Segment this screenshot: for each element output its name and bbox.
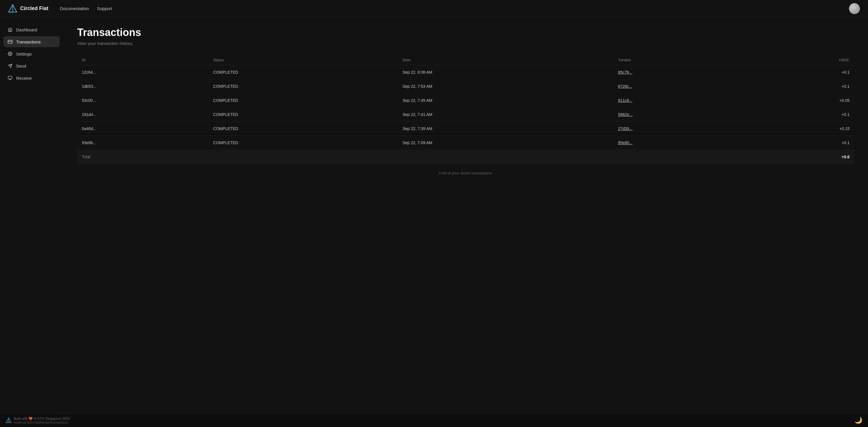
cell-date: Sep 22, 7:09 AM bbox=[398, 136, 613, 150]
cell-txhash[interactable]: 6728c... bbox=[613, 79, 745, 94]
table-row: 191d4... COMPLETED Sep 22, 7:41 AM 5962e… bbox=[77, 108, 854, 122]
col-header-status: Status bbox=[209, 55, 398, 65]
table-row: 93e8b... COMPLETED Sep 22, 7:09 AM 95e80… bbox=[77, 136, 854, 150]
credit-card-icon bbox=[7, 39, 13, 44]
app-name: Circled Fiat bbox=[20, 5, 49, 11]
cell-txhash[interactable]: 95e80... bbox=[613, 136, 745, 150]
cell-usdc: +0.05 bbox=[745, 94, 854, 108]
cell-txhash[interactable]: 27d39... bbox=[613, 122, 745, 136]
cell-txhash[interactable]: 5962e... bbox=[613, 108, 745, 122]
cell-id: 53c00... bbox=[77, 94, 209, 108]
avatar[interactable] bbox=[849, 3, 860, 14]
svg-rect-8 bbox=[8, 76, 12, 79]
sidebar-item-transactions[interactable]: Transactions bbox=[3, 36, 60, 47]
table-footer-note: A list of your recent transactions. bbox=[77, 171, 854, 175]
cell-date: Sep 22, 7:39 AM bbox=[398, 122, 613, 136]
cell-txhash[interactable]: 811c8... bbox=[613, 94, 745, 108]
table-row: 0a46d... COMPLETED Sep 22, 7:39 AM 27d39… bbox=[77, 122, 854, 136]
footer-url: localhost:3001/dashboard/transactions bbox=[14, 421, 70, 424]
cell-usdc: +0.1 bbox=[745, 65, 854, 79]
cell-status: COMPLETED bbox=[209, 94, 398, 108]
cell-status: COMPLETED bbox=[209, 136, 398, 150]
main-content: Transactions View your transaction histo… bbox=[63, 17, 868, 414]
table-row: 1db53... COMPLETED Sep 22, 7:53 AM 6728c… bbox=[77, 79, 854, 94]
table-row: 12c64... COMPLETED Sep 22, 8:08 AM 65c76… bbox=[77, 65, 854, 79]
cell-status: COMPLETED bbox=[209, 79, 398, 94]
svg-rect-3 bbox=[8, 40, 12, 43]
table-header-row: ID Status Date TxHash USDC bbox=[77, 55, 854, 65]
txhash-link[interactable]: 6728c... bbox=[618, 84, 632, 89]
cell-id: 0a46d... bbox=[77, 122, 209, 136]
nav-support[interactable]: Support bbox=[97, 6, 112, 11]
sidebar-item-receive[interactable]: Receive bbox=[3, 72, 60, 84]
home-icon bbox=[7, 27, 13, 32]
svg-point-5 bbox=[9, 53, 11, 54]
col-header-usdc: USDC bbox=[745, 55, 854, 65]
cell-date: Sep 22, 7:41 AM bbox=[398, 108, 613, 122]
app-logo-icon bbox=[8, 4, 17, 13]
layout: Dashboard Transactions Settings bbox=[0, 17, 868, 414]
logo-area: Circled Fiat bbox=[8, 4, 49, 13]
sidebar-item-send[interactable]: Send bbox=[3, 60, 60, 71]
cell-date: Sep 22, 7:45 AM bbox=[398, 94, 613, 108]
txhash-link[interactable]: 65c76... bbox=[618, 70, 632, 74]
sidebar: Dashboard Transactions Settings bbox=[0, 17, 63, 414]
receive-icon bbox=[7, 75, 13, 80]
settings-icon bbox=[7, 51, 13, 56]
col-header-date: Date bbox=[398, 55, 613, 65]
cell-txhash[interactable]: 65c76... bbox=[613, 65, 745, 79]
txhash-link[interactable]: 5962e... bbox=[618, 112, 633, 117]
sidebar-item-send-label: Send bbox=[16, 64, 26, 68]
cell-id: 1db53... bbox=[77, 79, 209, 94]
txhash-link[interactable]: 811c8... bbox=[618, 98, 632, 103]
page-subtitle: View your transaction history. bbox=[77, 41, 854, 46]
txhash-link[interactable]: 95e80... bbox=[618, 140, 633, 145]
nav-documentation[interactable]: Documentation bbox=[60, 6, 89, 11]
cell-date: Sep 22, 7:53 AM bbox=[398, 79, 613, 94]
total-label: Total bbox=[77, 150, 209, 164]
cell-status: COMPLETED bbox=[209, 65, 398, 79]
total-value: +0.6 bbox=[745, 150, 854, 164]
cell-id: 191d4... bbox=[77, 108, 209, 122]
cell-date: Sep 22, 8:08 AM bbox=[398, 65, 613, 79]
nav-links: Documentation Support bbox=[60, 6, 849, 11]
sidebar-item-transactions-label: Transactions bbox=[16, 39, 41, 44]
footer-left: Built with ❤️ in ETH Singapore 2024 loca… bbox=[6, 417, 70, 424]
sidebar-item-settings[interactable]: Settings bbox=[3, 48, 60, 59]
send-icon bbox=[7, 63, 13, 68]
sidebar-item-receive-label: Receive bbox=[16, 76, 32, 80]
cell-usdc: +0.1 bbox=[745, 108, 854, 122]
cell-status: COMPLETED bbox=[209, 122, 398, 136]
cell-id: 12c64... bbox=[77, 65, 209, 79]
cell-id: 93e8b... bbox=[77, 136, 209, 150]
col-header-txhash: TxHash bbox=[613, 55, 745, 65]
cell-usdc: +0.15 bbox=[745, 122, 854, 136]
footer: Built with ❤️ in ETH Singapore 2024 loca… bbox=[0, 414, 868, 427]
table-total-row: Total +0.6 bbox=[77, 150, 854, 164]
theme-toggle-button[interactable]: 🌙 bbox=[855, 417, 862, 424]
cell-status: COMPLETED bbox=[209, 108, 398, 122]
footer-logo-icon bbox=[6, 418, 11, 423]
sidebar-item-settings-label: Settings bbox=[16, 52, 32, 56]
col-header-id: ID bbox=[77, 55, 209, 65]
page-title: Transactions bbox=[77, 27, 854, 38]
txhash-link[interactable]: 27d39... bbox=[618, 126, 633, 131]
transactions-table: ID Status Date TxHash USDC 12c64... COMP… bbox=[77, 55, 854, 164]
sidebar-item-dashboard-label: Dashboard bbox=[16, 27, 37, 32]
cell-usdc: +0.1 bbox=[745, 79, 854, 94]
sidebar-item-dashboard[interactable]: Dashboard bbox=[3, 24, 60, 35]
cell-usdc: +0.1 bbox=[745, 136, 854, 150]
header: Circled Fiat Documentation Support bbox=[0, 0, 868, 17]
table-row: 53c00... COMPLETED Sep 22, 7:45 AM 811c8… bbox=[77, 94, 854, 108]
footer-text: Built with ❤️ in ETH Singapore 2024 bbox=[14, 417, 70, 421]
